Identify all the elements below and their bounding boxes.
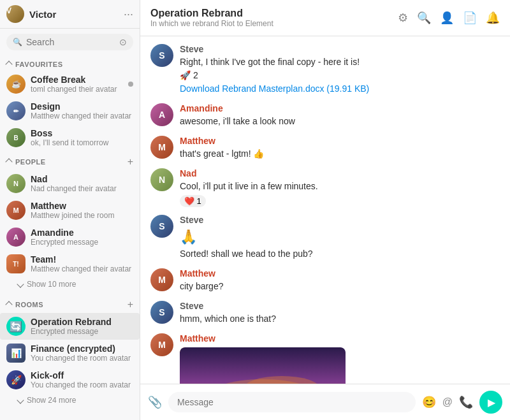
room-preview: Nad changed their avatar xyxy=(31,184,133,193)
room-preview: Matthew changed their avatar xyxy=(31,112,133,120)
chat-room-name: Operation Rebrand xyxy=(150,8,273,19)
rooms-title: ROOMS xyxy=(6,301,43,308)
image-placeholder xyxy=(180,347,346,384)
emoji-icon[interactable]: 😊 xyxy=(422,395,436,409)
avatar: M xyxy=(150,268,173,291)
chat-header: Operation Rebrand In which we rebrand Ri… xyxy=(140,0,510,36)
room-name: Operation Rebrand xyxy=(31,317,133,327)
favourites-title: FAVOURITES xyxy=(6,61,62,68)
list-item[interactable]: 🚀 Kick-off You changed the room avatar xyxy=(0,366,140,393)
room-info: Team! Matthew changed their avatar xyxy=(31,254,133,273)
message-content: Nad Cool, i'll put it live in a few minu… xyxy=(180,168,500,207)
message-content: Matthew that's great - lgtm! 👍 xyxy=(180,136,500,161)
avatar: 🚀 xyxy=(6,370,26,389)
room-name: Matthew xyxy=(31,201,133,211)
add-people-button[interactable]: + xyxy=(127,156,133,168)
message-content: Matthew city barge? xyxy=(180,268,500,293)
room-preview: Matthew changed their avatar xyxy=(31,264,133,273)
search-icon: 🔍 xyxy=(13,38,22,47)
message-text: awesome, i'll take a look now xyxy=(180,115,500,128)
avatar: 📊 xyxy=(6,344,26,363)
voice-icon[interactable]: 📞 xyxy=(459,395,473,409)
list-item[interactable]: ☕ Coffee Break toml changed their avatar xyxy=(0,71,140,98)
message-text: 🚀 2 xyxy=(180,69,500,82)
rooms-list: 🔄 Operation Rebrand Encrypted message 📊 … xyxy=(0,313,140,393)
message-input[interactable] xyxy=(177,397,407,407)
chat-header-icons: ⚙ 🔍 👤 📄 🔔 xyxy=(398,11,500,25)
list-item[interactable]: 🔄 Operation Rebrand Encrypted message xyxy=(0,313,140,340)
message-reaction[interactable]: ❤️ 1 xyxy=(180,195,206,207)
people-section-header[interactable]: PEOPLE + xyxy=(0,151,140,170)
avatar: A xyxy=(6,228,26,247)
message-text: hmm, which one is that? xyxy=(180,312,500,326)
message-image[interactable] xyxy=(180,347,346,384)
message-sender: Matthew xyxy=(180,268,500,279)
message-sender: Steve xyxy=(180,44,500,54)
sidebar: V Victor ··· 🔍 ⊙ FAVOURITES ☕ Coffee Bre… xyxy=(0,0,140,420)
message-text: Right, I think I've got the final copy -… xyxy=(180,55,500,69)
chat-messages: S Steve Right, I think I've got the fina… xyxy=(140,36,510,384)
room-name: Finance (encrypted) xyxy=(31,344,133,354)
attachment-icon[interactable]: 📎 xyxy=(148,395,162,409)
send-button[interactable]: ▶ xyxy=(479,391,502,414)
search-room-icon[interactable]: 🔍 xyxy=(417,11,431,25)
message-text: Sorted! shall we head to the pub? xyxy=(180,247,500,261)
notifications-icon[interactable]: 🔔 xyxy=(486,11,500,25)
files-icon[interactable]: 📄 xyxy=(463,11,477,25)
message-group: S Steve 🙏 Sorted! shall we head to the p… xyxy=(150,215,500,261)
list-item[interactable]: B Boss ok, I'll send it tomorrow xyxy=(0,124,140,151)
avatar: N xyxy=(150,168,173,191)
search-input[interactable] xyxy=(26,37,115,47)
message-content: Matthew xyxy=(180,333,500,384)
message-group: M Matthew that's great - lgtm! 👍 xyxy=(150,136,500,161)
download-link[interactable]: Download Rebrand Masterplan.docx (19.91 … xyxy=(180,83,369,94)
rooms-section-header[interactable]: ROOMS + xyxy=(0,294,140,313)
sidebar-search-area: 🔍 ⊙ xyxy=(0,29,140,55)
list-item[interactable]: N Nad Nad changed their avatar xyxy=(0,170,140,197)
message-group: S Steve Right, I think I've got the fina… xyxy=(150,44,500,96)
favourites-list: ☕ Coffee Break toml changed their avatar… xyxy=(0,71,140,151)
avatar: A xyxy=(150,103,173,126)
people-show-more[interactable]: Show 10 more xyxy=(0,277,140,294)
message-sender: Matthew xyxy=(180,136,500,146)
room-preview: toml changed their avatar xyxy=(31,85,123,94)
rooms-show-more[interactable]: Show 24 more xyxy=(0,393,140,410)
message-text: city barge? xyxy=(180,280,500,293)
list-item[interactable]: 📊 Finance (encrypted) You changed the ro… xyxy=(0,340,140,366)
message-text: Download Rebrand Masterplan.docx (19.91 … xyxy=(180,82,500,96)
message-group: N Nad Cool, i'll put it live in a few mi… xyxy=(150,168,500,207)
favourites-section-header[interactable]: FAVOURITES xyxy=(0,55,140,71)
chat-room-topic: In which we rebrand Riot to Element xyxy=(150,19,273,28)
avatar: ✏ xyxy=(6,101,26,120)
sidebar-content: FAVOURITES ☕ Coffee Break toml changed t… xyxy=(0,55,140,420)
avatar: S xyxy=(150,215,173,238)
message-sender: Matthew xyxy=(180,333,500,344)
rooms-chevron xyxy=(5,301,12,308)
chat-room-info: Operation Rebrand In which we rebrand Ri… xyxy=(150,8,273,28)
people-chevron xyxy=(5,158,12,165)
room-info: Coffee Break toml changed their avatar xyxy=(31,75,123,94)
sidebar-user[interactable]: V Victor xyxy=(6,5,56,23)
message-text: 🙏 xyxy=(180,226,500,247)
message-content: Steve 🙏 Sorted! shall we head to the pub… xyxy=(180,215,500,261)
room-info: Matthew Matthew joined the room xyxy=(31,201,133,220)
members-icon[interactable]: 👤 xyxy=(440,11,454,25)
message-content: Steve hmm, which one is that? xyxy=(180,301,500,326)
search-filter-button[interactable]: ⊙ xyxy=(119,37,127,47)
unread-badge xyxy=(128,82,133,87)
mention-icon[interactable]: @ xyxy=(442,396,453,408)
settings-icon[interactable]: ⚙ xyxy=(398,11,408,25)
list-item[interactable]: ✏ Design Matthew changed their avatar xyxy=(0,98,140,124)
send-icon: ▶ xyxy=(488,396,495,409)
user-avatar: V xyxy=(6,5,24,23)
room-name: Amandine xyxy=(31,228,133,238)
list-item[interactable]: A Amandine Encrypted message xyxy=(0,224,140,250)
add-room-button[interactable]: + xyxy=(127,299,133,310)
message-group: M Matthew city barge? xyxy=(150,268,500,293)
list-item[interactable]: M Matthew Matthew joined the room xyxy=(0,197,140,224)
avatar: M xyxy=(6,201,26,220)
show-more-chevron xyxy=(17,280,24,287)
list-item[interactable]: T! Team! Matthew changed their avatar xyxy=(0,250,140,277)
message-content: Amandine awesome, i'll take a look now xyxy=(180,103,500,128)
sidebar-more-button[interactable]: ··· xyxy=(124,8,133,21)
